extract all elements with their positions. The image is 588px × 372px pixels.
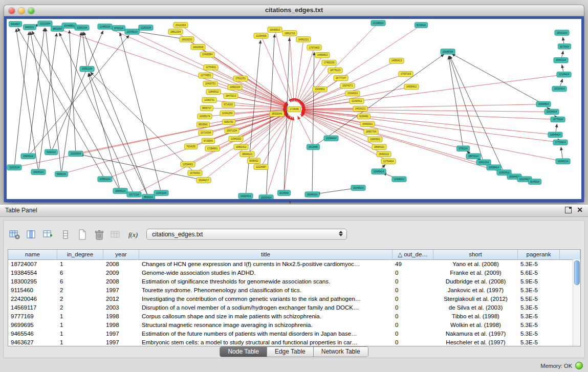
graph-node[interactable]: 16648794 [441, 49, 455, 54]
graph-node[interactable]: 9464567 [9, 21, 21, 27]
delete-column-button[interactable] [92, 228, 106, 242]
graph-node[interactable]: 10945414 [372, 169, 386, 174]
graph-node[interactable]: 16658114 [113, 188, 127, 193]
graph-node[interactable]: 12774551 [199, 73, 213, 78]
graph-node[interactable]: 19812710 [282, 31, 297, 36]
graph-node[interactable]: 21245014 [371, 20, 385, 26]
graph-node[interactable]: 15493021 [360, 121, 375, 126]
graph-node[interactable]: 18775123 [328, 68, 342, 73]
graph-node[interactable]: 19245014 [351, 185, 365, 190]
graph-node[interactable]: 16801412 [234, 144, 248, 149]
graph-node[interactable]: 20260504 [69, 151, 83, 156]
graph-node[interactable]: 1513445 [307, 144, 319, 149]
memory-status-led[interactable] [575, 362, 583, 369]
graph-node[interactable]: 18044121 [240, 151, 254, 157]
graph-node[interactable]: 9245014 [528, 179, 541, 184]
graph-node[interactable]: 12754404 [381, 159, 396, 164]
graph-node[interactable]: 10074271 [340, 83, 355, 88]
graph-node[interactable]: 16044217 [197, 178, 211, 183]
graph-node[interactable]: 8130414 [415, 23, 427, 28]
tab-edge-table[interactable]: Edge Table [267, 347, 314, 357]
table-row[interactable]: 911546021997Tourette syndrome. Phenomeno… [8, 286, 580, 295]
graph-node[interactable]: 10849414 [548, 132, 562, 137]
graph-node[interactable]: 10852104 [228, 84, 242, 90]
graph-node[interactable]: 17973403 [307, 45, 321, 50]
graph-node[interactable]: 18664101 [372, 144, 386, 149]
graph-node[interactable]: 10714334 [199, 130, 213, 135]
column-header-title[interactable]: title [139, 250, 393, 259]
float-panel-icon[interactable] [565, 207, 572, 213]
table-row[interactable]: 1938455462009Genome-wide association stu… [8, 269, 580, 277]
graph-node[interactable]: 20351104 [80, 66, 94, 71]
graph-node[interactable]: 20071154 [225, 128, 239, 133]
table-row[interactable]: 969969511998Structural magnetic resonanc… [8, 321, 580, 330]
graph-node[interactable]: 9806717 [200, 105, 213, 111]
graph-node[interactable]: 19010233 [180, 37, 194, 42]
graph-node[interactable]: 18957704 [364, 129, 378, 134]
graph-node[interactable]: 18470213 [224, 93, 238, 98]
column-header-short[interactable]: short [433, 250, 518, 259]
table-row[interactable]: 1872400712008Changes of HCN gene express… [8, 260, 580, 269]
tab-node-table[interactable]: Node Table [220, 347, 267, 357]
network-svg[interactable]: 1724046127546111277455110420752118405121… [7, 19, 581, 199]
column-header-out-degree[interactable]: △ out_de… [393, 250, 433, 259]
graph-node[interactable]: 10172114 [127, 192, 141, 197]
graph-node[interactable]: 10034914 [545, 109, 559, 114]
window-titlebar[interactable]: citations_edges.txt [4, 5, 584, 16]
graph-node[interactable]: 14930412 [404, 84, 419, 89]
graph-node[interactable]: 19046414 [305, 192, 319, 197]
graph-node[interactable]: 10578214 [125, 29, 139, 34]
graph-node[interactable]: 1724046 [288, 106, 300, 112]
graph-node[interactable]: 16620518 [191, 45, 205, 50]
table-row[interactable]: 1830029562008Estimation of significance … [8, 277, 580, 286]
tab-network-table[interactable]: Network Table [314, 347, 368, 357]
graph-node[interactable]: 5905134 [55, 171, 68, 177]
graph-node[interactable]: 9791114 [456, 146, 469, 151]
graph-node[interactable]: 15905114 [21, 154, 35, 159]
column-header-pagerank[interactable]: pagerank [518, 250, 560, 259]
graph-node[interactable]: 10221044 [38, 21, 52, 26]
graph-node[interactable]: 22400584 [200, 52, 214, 57]
graph-node[interactable]: 12534401 [181, 162, 195, 167]
graph-node[interactable]: 22041250 [220, 111, 234, 116]
graph-node[interactable]: 14850413 [389, 58, 404, 63]
graph-node[interactable]: 9273414 [558, 44, 571, 49]
table-row[interactable]: 946362711997Embryonic stem cells: a mode… [8, 338, 580, 346]
graph-node[interactable]: 10448881 [62, 23, 76, 28]
graph-node[interactable]: 17937163 [399, 71, 413, 76]
graph-node[interactable]: 11253104 [139, 25, 153, 30]
graph-node[interactable]: 10965911 [368, 137, 382, 142]
graph-node[interactable]: 14616121 [353, 106, 367, 111]
graph-node[interactable]: 12754611 [204, 64, 218, 70]
graph-node[interactable]: 9192114 [45, 149, 57, 155]
graph-node[interactable]: 10294414 [324, 136, 338, 141]
graph-node[interactable]: 10310414 [552, 86, 567, 91]
graph-node[interactable]: 9714203 [222, 102, 234, 107]
graph-node[interactable]: 12254439 [254, 33, 268, 38]
new-column-button[interactable] [41, 228, 56, 242]
graph-node[interactable]: 8819541 [197, 122, 209, 127]
graph-node[interactable]: 7624155 [184, 144, 197, 149]
graph-node[interactable]: 17450239 [322, 60, 336, 65]
graph-node[interactable]: 17511251 [233, 76, 248, 81]
row-selector-button[interactable] [58, 228, 73, 242]
table-scrollbar-thumb[interactable] [574, 260, 580, 285]
graph-node[interactable]: 14850813 [315, 53, 330, 58]
graph-node[interactable]: 20554104 [98, 177, 112, 182]
table-row[interactable]: 2242004622012Investigating the contribut… [8, 295, 580, 303]
graph-node[interactable]: 12041104 [154, 190, 168, 195]
graph-node[interactable]: 9860214 [142, 194, 155, 199]
close-panel-icon[interactable]: ✕ [577, 206, 583, 213]
graph-node[interactable]: 13164101 [345, 91, 360, 96]
graph-node[interactable]: 13205811 [313, 86, 327, 92]
graph-node[interactable]: 15913314 [555, 30, 569, 35]
graph-node[interactable]: 10420752 [203, 81, 217, 86]
graph-node[interactable]: 9224540 [277, 190, 290, 195]
graph-node[interactable]: 11840512 [206, 89, 221, 94]
graph-node[interactable]: 20923414 [259, 195, 273, 199]
graph-node[interactable]: 15993814 [536, 101, 551, 106]
panel-splitter-handle[interactable]: ▼ [288, 200, 292, 205]
graph-node[interactable]: 18812304 [168, 29, 183, 34]
network-table-select[interactable]: citations_edges.txt [146, 229, 347, 240]
graph-node[interactable]: 9725543 [202, 138, 214, 143]
